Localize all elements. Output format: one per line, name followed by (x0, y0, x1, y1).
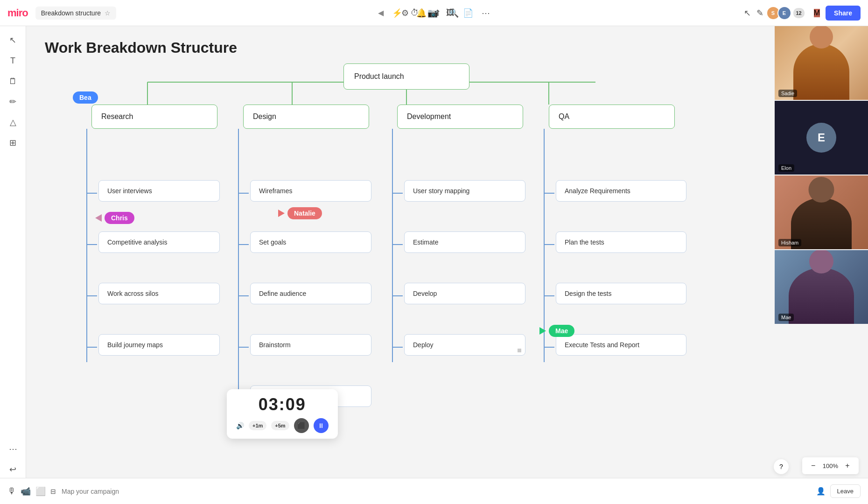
node-plan-tests[interactable]: Plan the tests (556, 231, 686, 253)
nav-prev-icon[interactable]: ◀ (378, 8, 384, 17)
column-development[interactable]: Development (397, 105, 523, 129)
video-mae-bg (775, 250, 868, 324)
timer-controls: 🔊 +1m +5m ⬛ ⏸ (236, 418, 329, 433)
node-estimate[interactable]: Estimate (404, 231, 525, 253)
bottom-chat-input[interactable] (62, 488, 811, 495)
bottom-bar: 🎙 📹 ⬜ ⊟ 👤 Leave (0, 478, 868, 504)
cursor-bea: Bea (73, 94, 79, 101)
node-design-tests[interactable]: Design the tests (556, 283, 686, 304)
timer-pause-button[interactable]: ⏸ (314, 418, 329, 433)
cursor-chris: Chris (95, 212, 134, 224)
natalie-badge: Natalie (287, 207, 322, 219)
sticky-tool[interactable]: 🗒 (5, 73, 21, 90)
miro-logo: miro (7, 7, 28, 19)
chris-badge: Chris (105, 212, 134, 224)
node-build-journey-maps[interactable]: Build journey maps (98, 334, 220, 356)
natalie-cursor-arrow (278, 210, 285, 217)
share-button[interactable]: Share (826, 6, 861, 21)
column-qa[interactable]: QA (549, 105, 675, 129)
page-title: Work Breakdown Structure (45, 39, 237, 56)
title-area: Breakdown structure ☆ (35, 7, 116, 20)
video-icon[interactable]: 📹 (21, 486, 31, 497)
node-brainstorm[interactable]: Brainstorm (250, 334, 371, 356)
timer-add5-button[interactable]: +5m (271, 421, 289, 430)
video-sadie-label: Sadie (778, 90, 797, 97)
node-develop[interactable]: Develop (404, 283, 525, 304)
text-tool[interactable]: T (5, 52, 21, 69)
video-elon-label: Elon (778, 164, 794, 172)
participants-icon[interactable]: 👤 (816, 487, 826, 496)
video-elon-bg: E (775, 101, 868, 175)
video-mae-label: Mae (778, 314, 794, 321)
doc-icon[interactable]: 📄 (463, 8, 473, 18)
chris-cursor-arrow (95, 214, 102, 222)
help-button[interactable]: ? (774, 459, 789, 474)
timer-icon[interactable]: ⏱ (411, 8, 419, 18)
connector-lines (26, 26, 868, 504)
canvas-area: Work Breakdown Structure Product launch … (26, 26, 868, 504)
node-competitive-analysis[interactable]: Competitive analysis (98, 231, 220, 253)
product-launch-box[interactable]: Product launch (343, 63, 469, 90)
avatar-count: 12 (793, 8, 805, 18)
timer-stop-button[interactable]: ⬛ (294, 418, 309, 433)
timer-add1-button[interactable]: +1m (249, 421, 266, 430)
star-icon[interactable]: ☆ (105, 9, 111, 17)
node-execute-tests[interactable]: Execute Tests and Report (556, 334, 686, 356)
frame-tool[interactable]: ⊞ (5, 134, 21, 151)
shape-tool[interactable]: △ (5, 114, 21, 131)
timer-widget: 03:09 🔊 +1m +5m ⬛ ⏸ (227, 389, 338, 439)
pen-tool[interactable]: ✏ (5, 93, 21, 110)
timer-seconds: 09 (286, 395, 306, 414)
zoom-level-display: 100% (823, 462, 838, 469)
bottom-bar-right: 👤 Leave (816, 484, 861, 498)
mic-icon[interactable]: 🎙 (7, 486, 16, 496)
node-wireframes[interactable]: Wireframes (250, 180, 371, 202)
video-hisham-label: Hisham (778, 239, 801, 246)
expand-tool[interactable]: ⋯ (5, 441, 21, 457)
left-toolbar: ↖ T 🗒 ✏ △ ⊞ ⋯ ↩ ⊟ (0, 26, 26, 504)
user-avatar: M (814, 9, 820, 17)
cursor-mode-icon[interactable]: ↖ (744, 8, 751, 18)
zoom-in-button[interactable]: + (842, 460, 853, 471)
column-design[interactable]: Design (243, 105, 369, 129)
node-set-goals[interactable]: Set goals (250, 231, 371, 253)
topbar-right: ↖ ✎ S E 12 M Share (744, 6, 861, 21)
zoom-controls: − 100% + (802, 457, 859, 474)
node-deploy[interactable]: Deploy (404, 334, 525, 356)
screen-share-icon[interactable]: ⬜ (35, 486, 46, 497)
video-hisham-bg (775, 175, 868, 249)
timer-volume-icon[interactable]: 🔊 (236, 422, 244, 429)
cursor-mae: Mae (539, 325, 574, 337)
timer-colon: : (279, 395, 286, 414)
video-mae: Mae (775, 250, 868, 325)
node-user-story-mapping[interactable]: User story mapping (404, 180, 525, 202)
cursor-natalie: Natalie (278, 207, 322, 219)
node-define-audience[interactable]: Define audience (250, 283, 371, 304)
camera-icon[interactable]: 📷 (427, 8, 438, 18)
panel-icon[interactable]: ⊟ (50, 488, 56, 495)
present-icon[interactable]: 🖼 (446, 8, 455, 18)
board-title[interactable]: Breakdown structure (41, 9, 101, 17)
leave-button[interactable]: Leave (830, 484, 861, 498)
timer-display: 03:09 (259, 395, 306, 414)
collab-icon[interactable]: ✎ (756, 8, 763, 18)
zoom-out-button[interactable]: − (808, 460, 819, 471)
more-icon[interactable]: ⋯ (482, 8, 490, 18)
bea-cursor-arrow (73, 94, 79, 101)
topbar: miro Breakdown structure ☆ ⚙ 🔔 ⬆ 🔍 ◀ ⚡ ⏱… (0, 0, 868, 26)
undo-tool[interactable]: ↩ (5, 461, 21, 478)
node-user-interviews[interactable]: User interviews (98, 180, 220, 202)
cursor-tool[interactable]: ↖ (5, 32, 21, 49)
mae-badge: Mae (549, 325, 574, 337)
node-work-across-silos[interactable]: Work across silos (98, 283, 220, 304)
lightning-icon[interactable]: ⚡ (392, 8, 402, 18)
column-research[interactable]: Research (91, 105, 217, 129)
avatar-group: S E 12 (769, 6, 805, 20)
video-sadie: Sadie (775, 26, 868, 101)
video-elon-avatar: E (806, 123, 836, 153)
node-analyze-requirements[interactable]: Analyze Requirements (556, 180, 686, 202)
video-panel: Sadie E Elon Hisham Mae (775, 26, 868, 325)
mae-cursor-arrow (539, 327, 546, 335)
video-elon: E Elon (775, 101, 868, 175)
timer-minutes: 03 (259, 395, 279, 414)
